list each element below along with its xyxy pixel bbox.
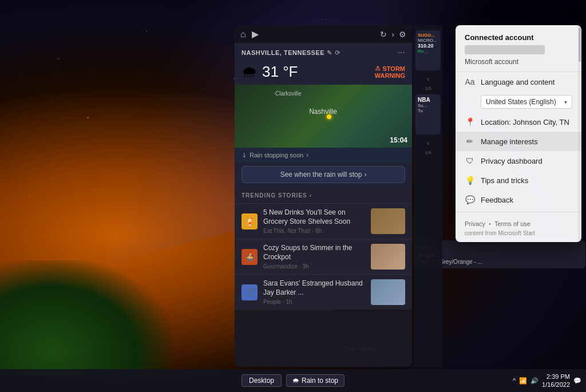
privacy-link[interactable]: Privacy <box>465 219 485 229</box>
left-nav-arrow-2[interactable]: ‹ <box>414 138 442 148</box>
language-icon: Aa <box>465 77 475 86</box>
taskbar-time: 2:39 PM 1/16/2022 <box>542 373 570 389</box>
story-icon-2: 🍲 <box>241 249 258 265</box>
settings-item-tips[interactable]: 💡 Tips and tricks <box>456 171 581 190</box>
sound-icon[interactable]: 🔊 <box>530 377 539 385</box>
forward-icon[interactable]: › <box>391 30 394 39</box>
interests-label: Manage interests <box>481 137 538 146</box>
rain-taskbar-button[interactable]: 🌧 Rain to stop <box>286 374 345 387</box>
connected-account-title: Connected account <box>465 33 572 42</box>
story-source-2: Gourmandize · 3h <box>263 263 365 270</box>
location-icon: 📍 <box>465 117 475 126</box>
location-text: NASHVILLE, TENNESSEE <box>241 49 324 56</box>
privacy-label: Privacy dashboard <box>481 157 543 165</box>
settings-footer: Privacy • Terms of use content from Micr… <box>456 215 581 242</box>
sugg-label: SUGG... <box>418 33 438 38</box>
taskbar-right: ^ 📶 🔊 2:39 PM 1/16/2022 💬 <box>513 373 581 389</box>
toolbar-left: ⌂ ▶ <box>240 29 259 39</box>
weather-card: NASHVILLE, TENNESSEE ✎ ⟳ ··· 🌧 31 °F ⚠ S… <box>235 43 412 187</box>
language-dropdown: United States (English) ▾ <box>456 92 581 112</box>
trending-chevron-icon[interactable]: › <box>310 192 312 199</box>
settings-icon[interactable]: ⚙ <box>399 30 406 39</box>
settings-item-privacy[interactable]: 🛡 Privacy dashboard <box>456 151 581 171</box>
toolbar-right: ↻ › ⚙ <box>380 30 406 39</box>
rain-info-text: Rain stopping soon <box>250 152 303 159</box>
alert-icon: ⚠ <box>375 65 381 72</box>
desktop-button[interactable]: Desktop <box>241 374 282 387</box>
story-source-3: People · 1h <box>263 299 365 305</box>
feedback-icon: 💬 <box>465 195 475 204</box>
partial-stock-card[interactable]: SUGG... MICRO... 310.20 Ro... <box>415 30 441 70</box>
scrollbar-thumb[interactable] <box>579 27 581 62</box>
map-overlay <box>235 85 412 148</box>
taskbar-center: Desktop 🌧 Rain to stop <box>241 374 345 387</box>
chevron-up-icon[interactable]: ^ <box>513 377 516 384</box>
story-item-3[interactable]: 🎵 Sara Evans' Estranged Husband Jay Bark… <box>235 274 412 310</box>
story-title-2: Cozy Soups to Simmer in the Crockpot <box>263 244 365 262</box>
story-icon-3: 🎵 <box>241 284 258 300</box>
rain-icon-taskbar: 🌧 <box>292 377 299 385</box>
taskbar: Desktop 🌧 Rain to stop ^ 📶 🔊 2:39 PM 1/1… <box>0 369 586 392</box>
alert-text2: WARNING <box>375 72 405 79</box>
weather-more-icon[interactable]: ··· <box>398 47 405 58</box>
story-source-1: Eat This, Not That! · 8h <box>263 228 365 234</box>
video-icon[interactable]: ▶ <box>252 29 259 39</box>
terms-link[interactable]: Terms of use <box>494 219 530 229</box>
feedback-label: Feedback <box>481 196 513 204</box>
language-select[interactable]: United States (English) ▾ <box>481 95 572 109</box>
micro-label: MICRO... <box>418 38 438 43</box>
story-title-1: 5 New Drinks You'll See on Grocery Store… <box>263 208 365 226</box>
dropdown-chevron-icon: ▾ <box>564 99 567 105</box>
refresh-location-icon[interactable]: ⟳ <box>335 49 340 57</box>
home-icon[interactable]: ⌂ <box>240 29 246 39</box>
map-time: 15:04 <box>390 136 407 144</box>
settings-content: Connected account Microsoft account Aa L… <box>456 25 581 242</box>
settings-item-location[interactable]: 📍 Location: Johnson City, TN <box>456 112 581 132</box>
footer-separator: • <box>489 219 491 229</box>
alert-text: STORM <box>382 65 405 72</box>
price-label: 310.20 <box>418 43 438 49</box>
connected-account-section: Connected account Microsoft account <box>456 25 581 72</box>
scrollbar[interactable] <box>578 25 581 242</box>
map-nashville: Nashville <box>309 108 337 116</box>
rain-btn-text: See when the rain will stop <box>280 171 362 179</box>
settings-panel: Connected account Microsoft account Aa L… <box>456 25 581 242</box>
rain-stop-button[interactable]: See when the rain will stop › <box>241 166 405 183</box>
footer-source: content from Microsoft Start <box>465 229 572 237</box>
story-text-2: Cozy Soups to Simmer in the Crockpot Gou… <box>263 244 365 269</box>
rain-chevron-icon: › <box>306 151 308 159</box>
pagination-1-3: 1/3 <box>414 86 442 91</box>
refresh-icon[interactable]: ↻ <box>380 30 387 39</box>
partial-nba-card[interactable]: NBA Su... Tu <box>415 94 441 134</box>
wifi-icon[interactable]: 📶 <box>519 377 527 385</box>
trending-header: TRENDING STORIES › <box>235 192 412 203</box>
story-text-1: 5 New Drinks You'll See on Grocery Store… <box>263 208 365 233</box>
trending-label: TRENDING STORIES <box>241 192 307 199</box>
story-item-1[interactable]: 🍹 5 New Drinks You'll See on Grocery Sto… <box>235 203 412 239</box>
tips-label: Tips and tricks <box>481 176 528 185</box>
settings-item-feedback[interactable]: 💬 Feedback <box>456 190 581 209</box>
panel-toolbar: ⌂ ▶ ↻ › ⚙ <box>235 25 412 43</box>
weather-map[interactable]: ·Clarksville Nashville 15:04 <box>235 85 412 148</box>
date-display: 1/16/2022 <box>542 381 570 389</box>
temperature-value: 31 °F <box>262 63 298 81</box>
story-title-3: Sara Evans' Estranged Husband Jay Barker… <box>263 279 365 297</box>
story-thumb-3 <box>371 279 405 305</box>
trending-section: TRENDING STORIES › 🍹 5 New Drinks You'll… <box>235 187 412 310</box>
partial-cards-column: SUGG... MICRO... 310.20 Ro... ‹ 1/3 NBA … <box>414 25 442 367</box>
settings-item-manage-interests[interactable]: ✏ Manage interests <box>456 132 581 151</box>
language-label: Language and content <box>481 78 555 86</box>
left-nav-arrow[interactable]: ‹ <box>414 74 442 84</box>
weather-temp: 🌧 31 °F <box>241 62 298 81</box>
story-item-2[interactable]: 🍲 Cozy Soups to Simmer in the Crockpot G… <box>235 239 412 274</box>
story-thumb-2 <box>371 244 405 270</box>
settings-item-language[interactable]: Aa Language and content <box>456 72 581 92</box>
storm-warning-badge: ⚠ STORM <box>375 65 405 72</box>
story-icon-1: 🍹 <box>241 213 258 229</box>
settings-divider <box>456 212 581 212</box>
location-label: Location: Johnson City, TN <box>481 118 569 126</box>
edit-icon[interactable]: ✎ <box>327 49 332 57</box>
weather-alert: ⚠ STORM WARNING <box>375 65 405 79</box>
rain-icon: ⇂ <box>241 152 247 159</box>
notification-icon[interactable]: 💬 <box>573 377 581 385</box>
